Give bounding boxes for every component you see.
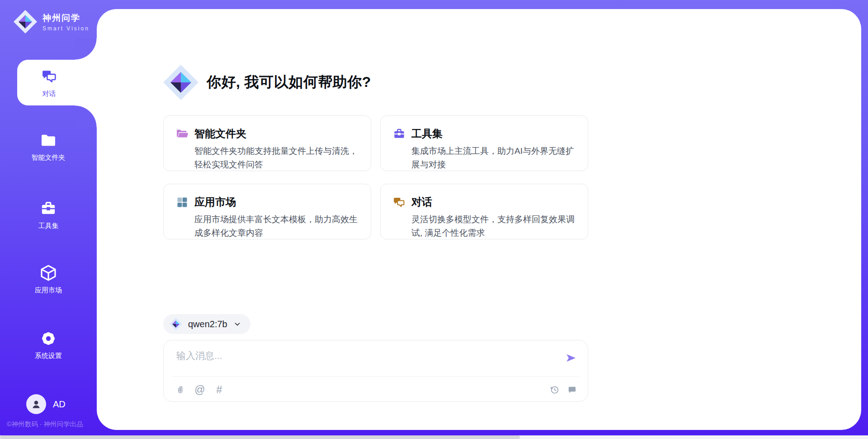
hash-icon[interactable]: #: [213, 384, 225, 396]
brand-name: 神州问学: [42, 12, 90, 24]
folder-icon: [39, 131, 57, 149]
sidebar-item-app-market[interactable]: 应用市场: [0, 264, 97, 295]
copyright-footer: ©神州数码 · 神州问学出品: [7, 420, 83, 429]
sidebar-item-label: 对话: [42, 90, 56, 98]
brand-subtitle: Smart Vision: [42, 25, 90, 32]
chat-compose-area: qwen2:7b @ #: [163, 314, 588, 402]
card-description: 灵活切换多模型文件，支持多样回复效果调试, 满足个性化需求: [411, 213, 582, 240]
card-title: 对话: [411, 195, 432, 209]
user-avatar-icon: [26, 394, 46, 414]
sidebar-item-smart-folder[interactable]: 智能文件夹: [0, 131, 97, 162]
feature-card-smart-folder[interactable]: 智能文件夹 智能文件夹功能支持批量文件上传与清洗，轻松实现文件问答: [163, 115, 371, 171]
scrollbar-thumb[interactable]: [0, 435, 520, 439]
model-logo-icon: [170, 318, 182, 330]
card-description: 集成市场上主流工具，助力AI与外界无缝扩展与对接: [411, 144, 582, 172]
message-input[interactable]: [175, 348, 494, 373]
horizontal-scrollbar: [0, 435, 868, 439]
chevron-down-icon: [233, 320, 241, 328]
chat-orange-icon: [392, 196, 406, 209]
feature-card-chat[interactable]: 对话 灵活切换多模型文件，支持多样回复效果调试, 满足个性化需求: [380, 184, 588, 239]
folder-purple-icon: [175, 127, 189, 141]
briefcase-purple-icon: [392, 127, 406, 141]
content-area: 你好, 我可以如何帮助你? 智能文件夹 智能文件夹功能支持批量文件上传与清洗，轻…: [163, 65, 588, 239]
chat-bubble-icon[interactable]: [566, 384, 578, 396]
sidebar-item-label: 工具集: [38, 222, 59, 230]
message-input-box: @ #: [163, 340, 588, 402]
input-divider: [173, 376, 579, 377]
feature-cards: 智能文件夹 智能文件夹功能支持批量文件上传与清洗，轻松实现文件问答 工具集 集: [163, 115, 588, 239]
sidebar-item-label: 智能文件夹: [32, 153, 66, 162]
model-name: qwen2:7b: [188, 319, 227, 329]
card-title: 智能文件夹: [194, 127, 246, 141]
feature-card-toolset[interactable]: 工具集 集成市场上主流工具，助力AI与外界无缝扩展与对接: [380, 115, 588, 171]
sidebar-item-toolset[interactable]: 工具集: [0, 200, 97, 230]
chat-bubbles-icon: [40, 67, 58, 86]
app-background: 神州问学 Smart Vision 对话 智能文件夹: [0, 0, 868, 439]
greeting-block: 你好, 我可以如何帮助你?: [163, 65, 588, 100]
at-icon[interactable]: @: [194, 384, 206, 396]
sidebar-item-chat[interactable]: 对话: [17, 60, 97, 105]
history-icon[interactable]: [548, 384, 560, 396]
card-title: 工具集: [411, 127, 443, 141]
sidebar-item-settings[interactable]: 系统设置: [0, 329, 97, 360]
card-title: 应用市场: [194, 195, 236, 209]
brand-logo-icon: [14, 10, 37, 33]
card-description: 智能文件夹功能支持批量文件上传与清洗，轻松实现文件问答: [194, 144, 365, 172]
active-tab-fillet-bottom: [75, 105, 97, 127]
sidebar: 神州问学 Smart Vision 对话 智能文件夹: [0, 0, 97, 439]
greeting-title: 你好, 我可以如何帮助你?: [207, 72, 371, 92]
model-selector[interactable]: qwen2:7b: [163, 314, 250, 334]
card-description: 应用市场提供丰富长文本模板，助力高效生成多样化文章内容: [194, 213, 365, 240]
sidebar-item-label: 应用市场: [35, 286, 62, 295]
send-icon[interactable]: [565, 352, 577, 364]
assistant-logo-icon: [163, 65, 198, 100]
feature-card-app-market[interactable]: 应用市场 应用市场提供丰富长文本模板，助力高效生成多样化文章内容: [163, 184, 371, 239]
gear-icon: [39, 329, 57, 348]
toolbox-icon: [39, 200, 57, 218]
brand: 神州问学 Smart Vision: [14, 10, 90, 33]
user-profile[interactable]: AD: [26, 394, 66, 414]
paperclip-icon[interactable]: [175, 384, 186, 396]
sidebar-item-label: 系统设置: [35, 352, 62, 360]
app-grid-teal-icon: [175, 196, 189, 209]
cube-icon: [39, 264, 57, 282]
active-tab-fillet-top: [75, 38, 97, 60]
user-name: AD: [53, 399, 66, 410]
